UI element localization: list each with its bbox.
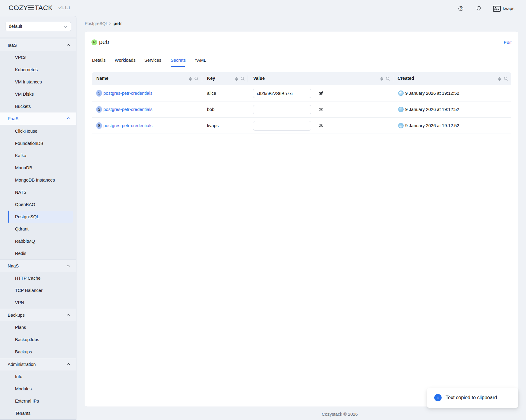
- svg-text:?: ?: [460, 7, 462, 10]
